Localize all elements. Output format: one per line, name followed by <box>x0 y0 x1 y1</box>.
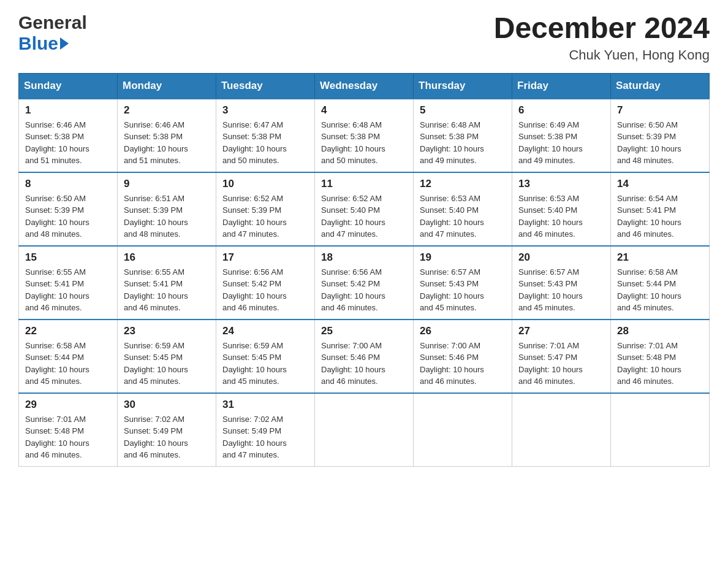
calendar-week-4: 22 Sunrise: 6:58 AM Sunset: 5:44 PM Dayl… <box>19 320 710 393</box>
calendar-cell: 12 Sunrise: 6:53 AM Sunset: 5:40 PM Dayl… <box>414 172 512 246</box>
day-info: Sunrise: 6:56 AM Sunset: 5:42 PM Dayligh… <box>321 266 407 314</box>
day-info: Sunrise: 6:50 AM Sunset: 5:39 PM Dayligh… <box>617 119 703 167</box>
calendar-cell: 4 Sunrise: 6:48 AM Sunset: 5:38 PM Dayli… <box>315 99 414 172</box>
day-number: 30 <box>124 399 210 411</box>
day-number: 13 <box>518 178 604 190</box>
day-info: Sunrise: 6:47 AM Sunset: 5:38 PM Dayligh… <box>222 119 308 167</box>
day-number: 12 <box>420 178 506 190</box>
day-info: Sunrise: 6:55 AM Sunset: 5:41 PM Dayligh… <box>124 266 210 314</box>
day-info: Sunrise: 6:57 AM Sunset: 5:43 PM Dayligh… <box>518 266 604 314</box>
day-info: Sunrise: 6:54 AM Sunset: 5:41 PM Dayligh… <box>617 193 703 240</box>
calendar-cell: 14 Sunrise: 6:54 AM Sunset: 5:41 PM Dayl… <box>611 172 710 246</box>
day-number: 31 <box>222 399 308 411</box>
calendar-cell <box>315 393 414 467</box>
column-header-saturday: Saturday <box>611 73 710 99</box>
calendar-week-3: 15 Sunrise: 6:55 AM Sunset: 5:41 PM Dayl… <box>19 246 710 320</box>
day-number: 7 <box>617 104 703 117</box>
calendar-cell: 13 Sunrise: 6:53 AM Sunset: 5:40 PM Dayl… <box>512 172 611 246</box>
day-number: 6 <box>518 104 604 117</box>
day-number: 14 <box>617 178 703 190</box>
day-info: Sunrise: 6:57 AM Sunset: 5:43 PM Dayligh… <box>420 266 506 314</box>
calendar-cell: 8 Sunrise: 6:50 AM Sunset: 5:39 PM Dayli… <box>19 172 118 246</box>
column-header-monday: Monday <box>118 73 216 99</box>
calendar-cell: 2 Sunrise: 6:46 AM Sunset: 5:38 PM Dayli… <box>118 99 216 172</box>
day-info: Sunrise: 7:02 AM Sunset: 5:49 PM Dayligh… <box>124 413 210 461</box>
calendar-cell: 7 Sunrise: 6:50 AM Sunset: 5:39 PM Dayli… <box>611 99 710 172</box>
title-block: December 2024 Chuk Yuen, Hong Kong <box>494 12 710 63</box>
day-number: 25 <box>321 325 407 337</box>
day-info: Sunrise: 6:58 AM Sunset: 5:44 PM Dayligh… <box>617 266 703 314</box>
day-number: 1 <box>25 104 111 117</box>
calendar-week-1: 1 Sunrise: 6:46 AM Sunset: 5:38 PM Dayli… <box>19 99 710 172</box>
calendar-cell: 16 Sunrise: 6:55 AM Sunset: 5:41 PM Dayl… <box>118 246 216 320</box>
day-info: Sunrise: 6:46 AM Sunset: 5:38 PM Dayligh… <box>124 119 210 167</box>
calendar-cell: 24 Sunrise: 6:59 AM Sunset: 5:45 PM Dayl… <box>216 320 315 393</box>
day-info: Sunrise: 6:59 AM Sunset: 5:45 PM Dayligh… <box>222 340 308 388</box>
day-info: Sunrise: 7:01 AM Sunset: 5:47 PM Dayligh… <box>518 340 604 388</box>
day-number: 21 <box>617 251 703 264</box>
day-number: 28 <box>617 325 703 337</box>
calendar-cell: 6 Sunrise: 6:49 AM Sunset: 5:38 PM Dayli… <box>512 99 611 172</box>
day-number: 19 <box>420 251 506 264</box>
day-info: Sunrise: 6:58 AM Sunset: 5:44 PM Dayligh… <box>25 340 111 388</box>
day-info: Sunrise: 6:53 AM Sunset: 5:40 PM Dayligh… <box>420 193 506 240</box>
day-number: 29 <box>25 399 111 411</box>
day-number: 20 <box>518 251 604 264</box>
day-number: 23 <box>124 325 210 337</box>
day-info: Sunrise: 6:50 AM Sunset: 5:39 PM Dayligh… <box>25 193 111 240</box>
calendar-cell: 21 Sunrise: 6:58 AM Sunset: 5:44 PM Dayl… <box>611 246 710 320</box>
column-header-friday: Friday <box>512 73 611 99</box>
day-number: 15 <box>25 251 111 264</box>
calendar-cell: 31 Sunrise: 7:02 AM Sunset: 5:49 PM Dayl… <box>216 393 315 467</box>
day-info: Sunrise: 6:52 AM Sunset: 5:40 PM Dayligh… <box>321 193 407 240</box>
day-info: Sunrise: 6:55 AM Sunset: 5:41 PM Dayligh… <box>25 266 111 314</box>
calendar-table: SundayMondayTuesdayWednesdayThursdayFrid… <box>18 73 710 467</box>
calendar-cell: 27 Sunrise: 7:01 AM Sunset: 5:47 PM Dayl… <box>512 320 611 393</box>
day-number: 22 <box>25 325 111 337</box>
day-number: 10 <box>222 178 308 190</box>
day-info: Sunrise: 6:53 AM Sunset: 5:40 PM Dayligh… <box>518 193 604 240</box>
calendar-week-5: 29 Sunrise: 7:01 AM Sunset: 5:48 PM Dayl… <box>19 393 710 467</box>
column-header-wednesday: Wednesday <box>315 73 414 99</box>
day-info: Sunrise: 6:59 AM Sunset: 5:45 PM Dayligh… <box>124 340 210 388</box>
day-number: 18 <box>321 251 407 264</box>
location-title: Chuk Yuen, Hong Kong <box>494 47 710 63</box>
day-number: 16 <box>124 251 210 264</box>
day-info: Sunrise: 6:52 AM Sunset: 5:39 PM Dayligh… <box>222 193 308 240</box>
page-header: General Blue December 2024 Chuk Yuen, Ho… <box>18 12 710 63</box>
calendar-cell: 9 Sunrise: 6:51 AM Sunset: 5:39 PM Dayli… <box>118 172 216 246</box>
calendar-cell: 30 Sunrise: 7:02 AM Sunset: 5:49 PM Dayl… <box>118 393 216 467</box>
calendar-cell: 28 Sunrise: 7:01 AM Sunset: 5:48 PM Dayl… <box>611 320 710 393</box>
calendar-cell: 1 Sunrise: 6:46 AM Sunset: 5:38 PM Dayli… <box>19 99 118 172</box>
calendar-week-2: 8 Sunrise: 6:50 AM Sunset: 5:39 PM Dayli… <box>19 172 710 246</box>
calendar-cell: 17 Sunrise: 6:56 AM Sunset: 5:42 PM Dayl… <box>216 246 315 320</box>
calendar-cell: 15 Sunrise: 6:55 AM Sunset: 5:41 PM Dayl… <box>19 246 118 320</box>
day-number: 4 <box>321 104 407 117</box>
column-header-thursday: Thursday <box>414 73 512 99</box>
calendar-cell: 19 Sunrise: 6:57 AM Sunset: 5:43 PM Dayl… <box>414 246 512 320</box>
day-info: Sunrise: 7:01 AM Sunset: 5:48 PM Dayligh… <box>25 413 111 461</box>
day-number: 11 <box>321 178 407 190</box>
calendar-cell: 5 Sunrise: 6:48 AM Sunset: 5:38 PM Dayli… <box>414 99 512 172</box>
column-header-sunday: Sunday <box>19 73 118 99</box>
day-number: 17 <box>222 251 308 264</box>
calendar-cell: 23 Sunrise: 6:59 AM Sunset: 5:45 PM Dayl… <box>118 320 216 393</box>
day-info: Sunrise: 7:00 AM Sunset: 5:46 PM Dayligh… <box>321 340 407 388</box>
day-number: 2 <box>124 104 210 117</box>
calendar-cell: 29 Sunrise: 7:01 AM Sunset: 5:48 PM Dayl… <box>19 393 118 467</box>
column-header-tuesday: Tuesday <box>216 73 315 99</box>
calendar-cell: 20 Sunrise: 6:57 AM Sunset: 5:43 PM Dayl… <box>512 246 611 320</box>
logo: General Blue <box>18 12 87 54</box>
day-number: 27 <box>518 325 604 337</box>
day-info: Sunrise: 6:48 AM Sunset: 5:38 PM Dayligh… <box>420 119 506 167</box>
calendar-cell: 26 Sunrise: 7:00 AM Sunset: 5:46 PM Dayl… <box>414 320 512 393</box>
day-info: Sunrise: 6:49 AM Sunset: 5:38 PM Dayligh… <box>518 119 604 167</box>
day-info: Sunrise: 7:02 AM Sunset: 5:49 PM Dayligh… <box>222 413 308 461</box>
day-number: 26 <box>420 325 506 337</box>
day-info: Sunrise: 6:56 AM Sunset: 5:42 PM Dayligh… <box>222 266 308 314</box>
logo-arrow-icon <box>60 37 69 50</box>
day-info: Sunrise: 6:46 AM Sunset: 5:38 PM Dayligh… <box>25 119 111 167</box>
calendar-cell: 3 Sunrise: 6:47 AM Sunset: 5:38 PM Dayli… <box>216 99 315 172</box>
calendar-cell: 18 Sunrise: 6:56 AM Sunset: 5:42 PM Dayl… <box>315 246 414 320</box>
calendar-cell: 22 Sunrise: 6:58 AM Sunset: 5:44 PM Dayl… <box>19 320 118 393</box>
